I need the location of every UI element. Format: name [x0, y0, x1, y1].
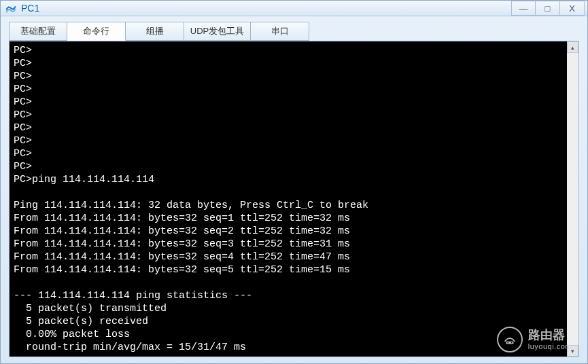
tabs-row: 基础配置 命令行 组播 UDP发包工具 串口: [1, 16, 587, 41]
tab-multicast[interactable]: 组播: [126, 22, 184, 41]
maximize-button[interactable]: □: [536, 1, 560, 16]
tab-basic-config[interactable]: 基础配置: [9, 22, 67, 41]
terminal-output[interactable]: PC> PC> PC> PC> PC> PC> PC> PC> PC> PC> …: [10, 41, 567, 357]
close-button[interactable]: X: [560, 1, 585, 16]
scroll-up-button[interactable]: ▴: [567, 41, 578, 53]
app-window: PC1 — □ X 基础配置 命令行 组播 UDP发包工具 串口 PC> PC>…: [0, 0, 588, 364]
scrollbar[interactable]: ▴ ▾: [567, 41, 578, 357]
tab-command-line[interactable]: 命令行: [67, 22, 126, 41]
tab-serial[interactable]: 串口: [251, 22, 309, 41]
window-title: PC1: [21, 3, 511, 14]
tab-udp-tool[interactable]: UDP发包工具: [184, 22, 251, 41]
terminal-container: PC> PC> PC> PC> PC> PC> PC> PC> PC> PC> …: [9, 41, 579, 357]
titlebar: PC1 — □ X: [1, 1, 587, 16]
minimize-button[interactable]: —: [511, 1, 536, 16]
scroll-track[interactable]: [567, 53, 578, 345]
window-controls: — □ X: [511, 1, 585, 16]
scroll-down-button[interactable]: ▾: [567, 345, 578, 357]
app-icon: [5, 2, 17, 14]
